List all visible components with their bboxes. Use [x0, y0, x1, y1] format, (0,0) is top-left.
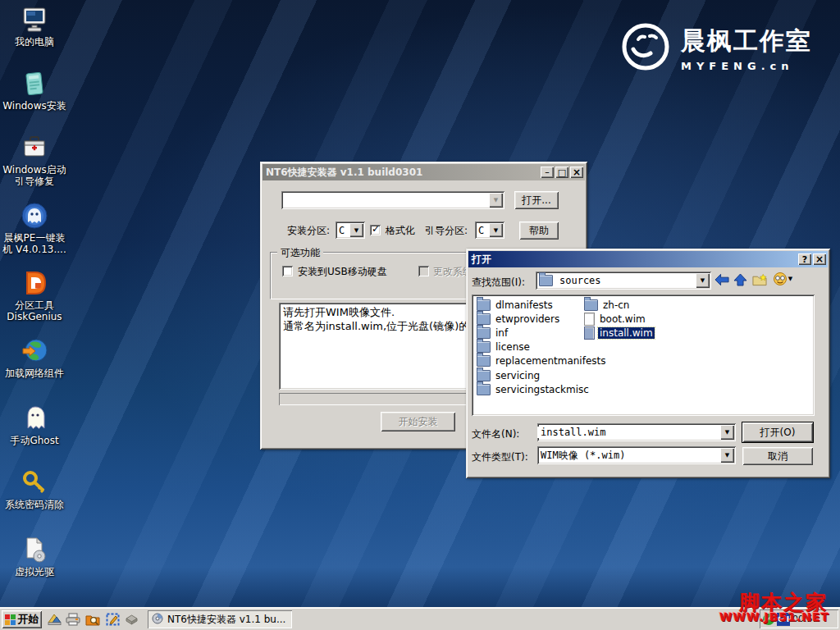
minimize-button[interactable] [541, 167, 554, 178]
list-item[interactable]: inf [477, 326, 509, 340]
boot-partition-label: 引导分区: [425, 224, 468, 238]
wim-path-combobox[interactable] [281, 191, 504, 209]
desktop-icon-password-clear[interactable]: 系统密码清除 [0, 468, 69, 510]
new-folder-icon[interactable] [752, 272, 767, 286]
desktop-icon-pe-installer[interactable]: 晨枫PE一键装 机 V4.0.13.... [0, 201, 69, 255]
desktop-icon-diskgenius[interactable]: 分区工具 DiskGenius [0, 268, 69, 322]
network-globe-icon [20, 336, 49, 366]
file-list[interactable]: dlmanifests etwproviders inf license rep… [472, 294, 815, 416]
list-item-selected[interactable]: install.wim [584, 326, 655, 340]
quicklaunch-capture-icon[interactable] [105, 612, 120, 626]
file-name-input[interactable] [537, 427, 719, 438]
format-checkbox[interactable] [370, 225, 381, 235]
close-button[interactable] [570, 167, 583, 178]
start-button-label: 开始 [18, 612, 39, 627]
chevron-down-icon[interactable] [349, 223, 363, 237]
desktop-icon-label: 加载网络组件 [0, 368, 69, 379]
quicklaunch-package-icon[interactable] [124, 612, 139, 626]
list-item[interactable]: replacementmanifests [477, 354, 608, 368]
desktop-icon-label: 手动Ghost [0, 435, 69, 446]
optional-features-title: 可选功能 [277, 246, 323, 260]
install-partition-select[interactable]: C [336, 221, 365, 239]
install-partition-label: 安装分区: [287, 224, 330, 238]
start-install-label: 开始安装 [399, 415, 438, 429]
desktop-icon-label: 分区工具 [0, 299, 69, 311]
dialog-cancel-button-label: 取消 [768, 450, 788, 463]
list-item[interactable]: servicing [477, 369, 541, 382]
list-item[interactable]: servicingstackmisc [477, 383, 591, 396]
desktop-icon-virtual-cd[interactable]: 虚拟光驱 [0, 535, 69, 578]
quicklaunch-desktop-icon[interactable] [47, 612, 62, 626]
desktop-icon-label: 虚拟光驱 [0, 566, 69, 578]
list-item[interactable]: boot.wim [584, 313, 647, 326]
list-item[interactable]: etwproviders [477, 313, 561, 326]
boot-partition-select[interactable]: C [475, 221, 504, 239]
brand-title: 晨枫工作室 [681, 25, 812, 58]
desktop-icon-network[interactable]: 加载网络组件 [0, 336, 69, 379]
dialog-close-button[interactable] [813, 253, 826, 265]
task-app-icon [152, 613, 163, 627]
desktop-icon-label-line2: 引导修复 [0, 176, 69, 187]
file-type-select[interactable]: WIM映像 (*.wim) [537, 446, 736, 464]
file-name: install.wim [598, 327, 655, 339]
boot-repair-toolbox-icon [20, 133, 49, 162]
key-icon [20, 468, 49, 497]
brand-logo-icon [620, 21, 671, 75]
desktop-icon-windows-install[interactable]: Windows安装 [0, 69, 69, 112]
chevron-down-icon[interactable] [696, 273, 710, 288]
watermark-url: WWW.JB51.NET [719, 610, 829, 623]
format-label: 格式化 [386, 224, 415, 238]
open-dialog-titlebar[interactable]: 打开 [468, 251, 828, 267]
nt6-titlebar[interactable]: NT6快捷安装器 v1.1 build0301 [262, 164, 585, 180]
start-button[interactable]: 开始 [2, 610, 42, 628]
dialog-cancel-button[interactable]: 取消 [742, 447, 813, 465]
help-button-label: 帮助 [529, 224, 549, 238]
pe-installer-icon [20, 201, 49, 231]
list-item[interactable]: zh-cn [584, 299, 631, 312]
quicklaunch-printer-icon[interactable] [66, 612, 80, 626]
folder-icon [477, 341, 491, 353]
file-name: etwproviders [494, 313, 561, 325]
list-item[interactable]: dlmanifests [477, 299, 555, 312]
file-name-combobox[interactable] [537, 423, 736, 441]
dialog-open-button[interactable]: 打开(O) [742, 422, 813, 442]
folder-icon [477, 327, 491, 339]
chevron-down-icon[interactable] [720, 425, 734, 440]
back-icon[interactable] [714, 272, 729, 286]
nt6-open-button[interactable]: 打开... [514, 191, 559, 209]
file-type-value: WIM映像 (*.wim) [537, 449, 719, 463]
usb-install-checkbox[interactable] [282, 266, 293, 276]
desktop-icon-boot-repair[interactable]: Windows启动 引导修复 [0, 133, 69, 187]
diskgenius-icon [20, 268, 49, 298]
view-menu-icon[interactable]: ▼ [772, 272, 793, 285]
desktop-icon-ghost[interactable]: 手动Ghost [0, 404, 69, 446]
chevron-down-icon[interactable] [720, 448, 734, 463]
start-menu-icon [5, 614, 16, 625]
folder-icon [477, 313, 491, 325]
quicklaunch-search-folder-icon[interactable] [85, 612, 100, 626]
desktop-icon-label: Windows启动 [0, 164, 69, 176]
chevron-down-icon[interactable] [489, 223, 503, 237]
look-in-value: sources [556, 275, 694, 286]
folder-icon [539, 275, 553, 286]
up-folder-icon[interactable] [733, 272, 747, 286]
list-item[interactable]: license [477, 340, 532, 354]
windows-install-icon [20, 69, 49, 98]
look-in-select[interactable]: sources [536, 272, 711, 290]
file-name: servicing [494, 370, 541, 381]
wim-file-icon [584, 326, 595, 340]
help-button[interactable]: 帮助 [519, 221, 559, 240]
boot-partition-value: C [475, 225, 487, 236]
chevron-down-icon[interactable] [489, 193, 503, 208]
taskbar-task-nt6[interactable]: NT6快捷安装器 v1.1 bu... [148, 610, 292, 628]
taskbar: 开始 NT6快捷安装器 v1.1 bu... CH 00:59 [0, 607, 840, 630]
desktop-icon-label: 我的电脑 [0, 36, 69, 48]
change-system-checkbox[interactable] [418, 266, 429, 276]
desktop-icon-my-computer[interactable]: 我的电脑 [0, 5, 69, 48]
desktop: 我的电脑 Windows安装 Windows启动 引导修复 晨枫PE一键装 机 … [0, 0, 840, 630]
maximize-button[interactable] [555, 167, 568, 178]
chevron-down-icon: ▼ [788, 276, 792, 282]
ghost-icon [20, 404, 49, 433]
start-install-button[interactable]: 开始安装 [381, 412, 455, 431]
dialog-help-button[interactable] [798, 253, 811, 265]
